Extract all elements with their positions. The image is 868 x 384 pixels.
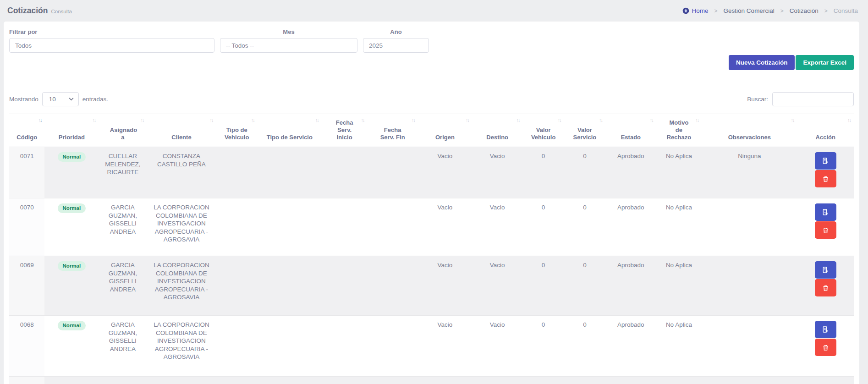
nueva-cotizacion-button[interactable]: Nueva Cotización xyxy=(729,55,795,70)
cell-accion xyxy=(797,147,854,198)
sort-arrows-icon: ↑↓ xyxy=(791,117,794,123)
column-label: Código xyxy=(16,134,37,141)
cell-prioridad: Normal xyxy=(44,147,99,198)
view-quote-button[interactable] xyxy=(815,152,836,170)
mes-label: Mes xyxy=(220,28,357,35)
cell-motivo-rechazo: No Aplica xyxy=(656,316,702,377)
column-header-fecha-serv-fin[interactable]: ↑↓Fecha Serv. Fin xyxy=(367,114,418,147)
cell-accion xyxy=(797,198,854,256)
table-row: 0069 Normal GARCIA GUZMAN, GISSELLI ANDR… xyxy=(9,256,854,316)
view-quote-button[interactable] xyxy=(815,261,836,279)
column-header-origen[interactable]: ↑↓Origen xyxy=(418,114,472,147)
trash-icon xyxy=(822,227,829,234)
cell-estado: Aprobado xyxy=(605,147,656,198)
cell-valor-vehiculo: 0 xyxy=(522,198,564,256)
action-buttons xyxy=(815,152,836,187)
cell-valor-servicio: 0 xyxy=(564,147,605,198)
cell-codigo: 0071 xyxy=(9,147,44,198)
delete-quote-button[interactable] xyxy=(815,170,836,187)
cell-cliente: CONSTANZA CASTILLO PEÑA xyxy=(147,147,216,198)
breadcrumb: Home > Gestión Comercial > Cotización > … xyxy=(682,7,858,14)
breadcrumb-separator: > xyxy=(780,8,784,14)
cell-fecha-inicio xyxy=(322,256,368,316)
exportar-excel-button[interactable]: Exportar Excel xyxy=(796,55,854,70)
cell-codigo: 0069 xyxy=(9,256,44,316)
breadcrumb-separator: > xyxy=(824,8,828,14)
table-row: 0071 Normal CUELLAR MELENDEZ, RICAURTE C… xyxy=(9,147,854,198)
column-header-prioridad[interactable]: ↑↓Prioridad xyxy=(44,114,99,147)
sort-arrows-icon: ↑↓ xyxy=(516,117,519,123)
delete-quote-button[interactable] xyxy=(815,339,836,356)
column-label: Observaciones xyxy=(728,134,771,141)
delete-quote-button[interactable] xyxy=(815,279,836,296)
page-length-value: 10 xyxy=(49,96,56,103)
cell-prioridad: Normal xyxy=(44,316,99,377)
table-row: 0068 Normal GARCIA GUZMAN, GISSELLI ANDR… xyxy=(9,316,854,377)
sort-arrows-icon: ↑↓ xyxy=(38,117,41,123)
breadcrumb-separator: > xyxy=(714,8,718,14)
column-label: Cliente xyxy=(171,134,191,141)
column-label: Fecha Serv. Fin xyxy=(379,126,407,141)
column-header-valor-servicio[interactable]: ↑↓Valor Servicio xyxy=(564,114,605,147)
cell-valor-vehiculo: 0 xyxy=(522,256,564,316)
column-label: Estado xyxy=(621,134,641,141)
cell-codigo: 0070 xyxy=(9,198,44,256)
file-invoice-icon xyxy=(822,326,829,333)
priority-badge: Normal xyxy=(58,152,86,162)
trash-icon xyxy=(822,344,829,351)
cell-cliente: LA CORPORACION COLOMBIANA DE INVESTIGACI… xyxy=(147,198,216,256)
delete-quote-button[interactable] xyxy=(815,221,836,239)
page-length-select[interactable]: 10 xyxy=(42,92,79,106)
column-label: Motivo de Rechazo xyxy=(666,119,692,141)
column-header-tipo-vehiculo[interactable]: ↑↓Tipo de Vehiculo xyxy=(216,114,258,147)
column-label: Tipo de Vehiculo xyxy=(224,126,250,141)
priority-badge: Normal xyxy=(58,261,86,271)
breadcrumb-item-gestion-comercial[interactable]: Gestión Comercial xyxy=(724,7,775,14)
filtrar-por-label: Filtrar por xyxy=(9,28,214,35)
breadcrumb-item-cotizacion[interactable]: Cotización xyxy=(790,7,819,14)
column-header-asignado-a[interactable]: ↑↓Asignado a xyxy=(99,114,147,147)
cell-cliente: LA CORPORACION COLOMBIANA DE INVESTIGACI… xyxy=(147,256,216,316)
search-input[interactable] xyxy=(772,92,854,106)
cell-origen: Vacio xyxy=(418,316,472,377)
column-header-estado[interactable]: ↑↓Estado xyxy=(605,114,656,147)
cell-accion xyxy=(797,316,854,377)
column-header-observaciones[interactable]: ↑↓Observaciones xyxy=(702,114,797,147)
ano-label: Año xyxy=(363,28,429,35)
sort-arrows-icon: ↑↓ xyxy=(599,117,602,123)
column-header-cliente[interactable]: ↑↓Cliente xyxy=(147,114,216,147)
cell-accion xyxy=(797,256,854,316)
column-header-valor-vehiculo[interactable]: ↑↓Valor Vehiculo xyxy=(522,114,564,147)
action-buttons xyxy=(815,203,836,239)
cell-tipo-servicio xyxy=(258,198,322,256)
cell-motivo-rechazo: No Aplica xyxy=(656,198,702,256)
cell-asignado: GARCIA GUZMAN, GISSELLI ANDREA xyxy=(99,256,147,316)
sort-arrows-icon: ↑↓ xyxy=(315,117,319,123)
column-header-motivo-rechazo[interactable]: ↑↓Motivo de Rechazo xyxy=(656,114,702,147)
column-header-accion[interactable]: ↑↓Acción xyxy=(797,114,854,147)
filter-row: Filtrar por Mes Año xyxy=(9,28,854,53)
cell-motivo-rechazo: No Aplica xyxy=(656,147,702,198)
column-header-destino[interactable]: ↑↓Destino xyxy=(472,114,523,147)
view-quote-button[interactable] xyxy=(815,203,836,221)
sort-arrows-icon: ↑↓ xyxy=(695,117,698,123)
cell-observaciones xyxy=(702,256,797,316)
cell-destino: Vacio xyxy=(472,316,523,377)
filtrar-por-select[interactable] xyxy=(9,38,214,53)
column-label: Prioridad xyxy=(59,134,85,141)
column-header-codigo[interactable]: ↑↓Código xyxy=(9,114,44,147)
breadcrumb-current: Consulta xyxy=(834,7,858,14)
cell-tipo-vehiculo xyxy=(216,256,258,316)
mes-select[interactable] xyxy=(220,38,357,53)
sort-arrows-icon: ↑↓ xyxy=(412,117,415,123)
topbar: Cotización Consulta Home > Gestión Comer… xyxy=(0,0,868,22)
ano-input[interactable] xyxy=(363,38,429,53)
table-row: 0070 Normal GARCIA GUZMAN, GISSELLI ANDR… xyxy=(9,198,854,256)
file-invoice-icon xyxy=(822,208,829,216)
column-header-tipo-servicio[interactable]: ↑↓Tipo de Servicio xyxy=(258,114,322,147)
view-quote-button[interactable] xyxy=(815,321,836,338)
breadcrumb-home-label: Home xyxy=(692,7,709,14)
column-header-fecha-serv-inicio[interactable]: ↑↓Fecha Serv. Inicio xyxy=(322,114,368,147)
breadcrumb-home-link[interactable]: Home xyxy=(682,7,709,14)
button-row: Nueva Cotización Exportar Excel xyxy=(9,55,854,70)
